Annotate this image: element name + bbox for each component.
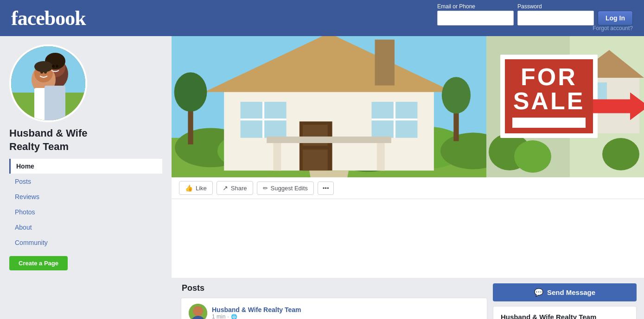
post-author-name[interactable]: Husband & Wife Realty Team (212, 306, 301, 313)
svg-rect-27 (303, 150, 328, 170)
email-label: Email or Phone (437, 3, 514, 10)
email-input[interactable] (437, 11, 514, 25)
svg-rect-24 (375, 40, 395, 86)
sign-for-text: FOR (512, 65, 586, 89)
post-time-row: 1 min · 🌐 (212, 313, 301, 319)
nav-item-community[interactable]: Community (9, 235, 162, 250)
cover-section: Husband & WifeRealty Team Home Posts Rev… (0, 36, 644, 278)
profile-avatar-image (11, 46, 87, 122)
cover-photo-area: FOR SALE 👍 Like ↗ (172, 36, 644, 278)
password-label: Password (517, 3, 594, 10)
svg-point-11 (44, 71, 47, 74)
nav-item-posts[interactable]: Posts (9, 174, 162, 189)
svg-point-12 (52, 65, 55, 68)
house-illustration (172, 36, 486, 177)
svg-rect-36 (267, 137, 391, 143)
svg-point-51 (193, 306, 203, 316)
svg-point-7 (34, 61, 53, 72)
posts-header: Posts (181, 283, 487, 293)
nav-item-home[interactable]: Home (9, 159, 162, 174)
for-sale-sign: FOR SALE (500, 55, 598, 138)
profile-sidebar: Husband & WifeRealty Team Home Posts Rev… (0, 36, 172, 278)
send-message-button[interactable]: 💬 Send Message (493, 283, 637, 301)
share-icon: ↗ (223, 184, 228, 192)
cover-photo-right: FOR SALE (486, 36, 644, 177)
globe-icon: 🌐 (231, 314, 237, 319)
more-icon: ••• (323, 185, 329, 192)
post-meta: Husband & Wife Realty Team 1 min · 🌐 (212, 306, 301, 319)
email-field-group: Email or Phone (437, 3, 514, 25)
facebook-logo: facebook (11, 6, 86, 30)
page-info-card: Husband & Wife Realty Team Real Estate C… (493, 306, 637, 319)
svg-point-13 (56, 65, 58, 68)
post-author-row: Husband & Wife Realty Team 1 min · 🌐 (181, 298, 487, 319)
cover-photos: FOR SALE (172, 36, 644, 177)
send-message-label: Send Message (547, 288, 595, 296)
main-content-area: Posts Husband & Wife Realty Team 1 min (0, 278, 644, 319)
sign-board: FOR SALE (500, 55, 598, 138)
forgot-account-link[interactable]: Forgot account? (593, 25, 633, 31)
sign-sale-text: SALE (512, 89, 586, 113)
nav-item-about[interactable]: About (9, 220, 162, 235)
nav-item-photos[interactable]: Photos (9, 205, 162, 219)
like-label: Like (196, 185, 207, 192)
nav-item-reviews[interactable]: Reviews (9, 189, 162, 204)
nav-menu: Home Posts Reviews Photos About Communit… (9, 159, 162, 250)
post-avatar (189, 304, 207, 319)
post-time: 1 min (212, 313, 225, 319)
more-button[interactable]: ••• (318, 181, 334, 195)
like-button[interactable]: 👍 Like (179, 181, 213, 195)
suggest-edits-label: Suggest Edits (271, 185, 308, 192)
messenger-icon: 💬 (534, 288, 543, 297)
password-input[interactable] (517, 11, 594, 25)
right-panel: 💬 Send Message Husband & Wife Realty Tea… (493, 283, 637, 319)
share-button[interactable]: ↗ Share (217, 181, 253, 195)
password-field-group: Password (517, 3, 594, 25)
svg-point-38 (174, 72, 207, 112)
svg-marker-49 (593, 92, 644, 120)
sign-blank-line (512, 118, 586, 128)
posts-column: Posts Husband & Wife Realty Team 1 min (181, 283, 487, 319)
login-button[interactable]: Log In (598, 11, 633, 25)
login-area: Email or Phone Password Log In (437, 3, 633, 25)
share-label: Share (231, 185, 247, 192)
info-card-name: Husband & Wife Realty Team (501, 313, 629, 319)
edit-icon: ✏ (263, 185, 268, 192)
svg-point-48 (602, 138, 639, 170)
like-icon: 👍 (185, 184, 193, 192)
time-separator: · (227, 313, 229, 319)
svg-point-40 (442, 77, 471, 113)
action-bar: 👍 Like ↗ Share ✏ Suggest Edits ••• (172, 177, 644, 199)
create-page-button[interactable]: Create a Page (9, 256, 68, 270)
svg-point-10 (40, 71, 43, 74)
suggest-edits-button[interactable]: ✏ Suggest Edits (257, 181, 314, 195)
cover-photo-left (172, 36, 486, 177)
svg-rect-9 (45, 86, 65, 122)
post-card: Husband & Wife Realty Team 1 min · 🌐 (181, 298, 487, 319)
red-arrow (593, 92, 644, 121)
svg-point-47 (514, 140, 551, 173)
profile-photo (9, 44, 87, 122)
page-name: Husband & WifeRealty Team (9, 127, 87, 153)
header: facebook Email or Phone Password Log In … (0, 0, 644, 36)
